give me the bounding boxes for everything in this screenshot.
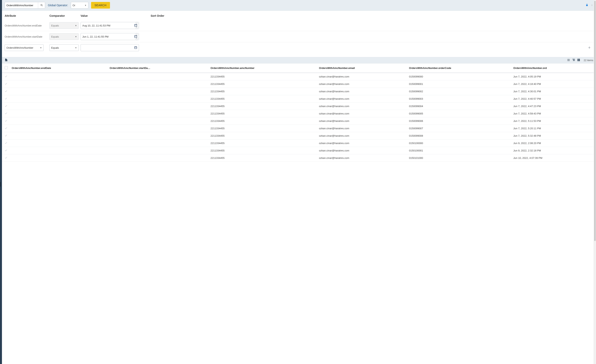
cell-email: ozkan.cinar@haratres.com bbox=[317, 80, 407, 88]
cell-start-date bbox=[108, 147, 209, 154]
top-toolbar: Global Operator: Or ▼ SEARCH bbox=[2, 0, 596, 11]
select-all-checkbox[interactable] bbox=[5, 66, 8, 69]
cell-end-date bbox=[10, 132, 108, 140]
filter-attribute-select[interactable]: OrdersWithAmcNumber ▼ bbox=[5, 44, 44, 51]
sort-up-button[interactable]: ▲ bbox=[135, 22, 138, 25]
cell-amc-number: 2211334455 bbox=[209, 125, 317, 132]
col-header[interactable]: OrdersWithAmcNumber.email bbox=[317, 63, 407, 73]
sort-down-button[interactable]: ▼ bbox=[135, 26, 138, 29]
scrollbar-thumb[interactable] bbox=[594, 1, 596, 241]
filter-comparator-select[interactable]: Equals ▼ bbox=[49, 33, 79, 40]
cell-order-date: Jun 7, 2022, 4:40:57 PM bbox=[511, 95, 596, 103]
chevron-down-icon: ▼ bbox=[75, 36, 77, 38]
table-row[interactable]: 2211334455ozkan.cinar@haratres.com015009… bbox=[2, 110, 596, 117]
cell-order-code: 0150100001 bbox=[407, 147, 511, 154]
table-row[interactable]: 2211334455ozkan.cinar@haratres.com015009… bbox=[2, 88, 596, 95]
cell-end-date bbox=[10, 110, 108, 117]
grid-view-icon[interactable] bbox=[577, 58, 580, 62]
cell-email: ozkan.cinar@haratres.com bbox=[317, 147, 407, 154]
table-row[interactable]: 2211334455ozkan.cinar@haratres.com015010… bbox=[2, 154, 596, 162]
export-csv-button[interactable]: CSV bbox=[5, 58, 8, 62]
type-search-button[interactable] bbox=[38, 2, 45, 8]
results-toolbar: CSV 22 items bbox=[2, 57, 596, 63]
scrollbar-track[interactable] bbox=[594, 0, 596, 364]
filter-value-text: Jun 1, 22, 11:41:55 PM bbox=[82, 35, 108, 38]
col-header[interactable]: OrdersWithAmcNumber.endDate bbox=[10, 63, 108, 73]
search-button[interactable]: SEARCH bbox=[91, 2, 110, 8]
svg-rect-20 bbox=[573, 60, 575, 61]
cell-end-date bbox=[10, 154, 108, 162]
table-row[interactable]: 2211334455ozkan.cinar@haratres.com015009… bbox=[2, 80, 596, 88]
col-header[interactable]: OrdersWithAmcNumber.startDa… bbox=[108, 63, 209, 73]
lock-icon[interactable] bbox=[586, 4, 588, 7]
cell-order-code: 0150099001 bbox=[407, 80, 511, 88]
svg-point-0 bbox=[41, 4, 42, 6]
tree-view-icon[interactable] bbox=[572, 58, 575, 62]
row-check-icon bbox=[5, 83, 7, 86]
star-icon[interactable] bbox=[590, 4, 593, 7]
cell-order-code: 0150099006 bbox=[407, 117, 511, 125]
cell-email: ozkan.cinar@haratres.com bbox=[317, 140, 407, 147]
filter-value-input[interactable]: Jun 1, 22, 11:41:55 PM bbox=[81, 33, 139, 40]
cell-amc-number: 2211334455 bbox=[209, 132, 317, 140]
filter-attribute-label: OrdersWithAmcNumber.endDate bbox=[5, 24, 47, 27]
svg-text:CSV: CSV bbox=[5, 60, 7, 61]
col-header[interactable]: OrdersWithAmcNumber.ord bbox=[511, 63, 596, 73]
filter-comparator-select[interactable]: Equals ▼ bbox=[49, 44, 79, 51]
items-count-label: 22 items bbox=[584, 59, 593, 62]
add-filter-button[interactable]: + bbox=[586, 45, 593, 50]
view-toggles: 22 items bbox=[567, 58, 593, 62]
cell-end-date bbox=[10, 140, 108, 147]
cell-start-date bbox=[108, 110, 209, 117]
row-check-icon bbox=[5, 97, 7, 100]
cell-start-date bbox=[108, 125, 209, 132]
cell-amc-number: 2211334455 bbox=[209, 117, 317, 125]
list-view-icon[interactable] bbox=[567, 58, 570, 62]
cell-end-date bbox=[10, 125, 108, 132]
col-header[interactable]: OrdersWithAmcNumber.amcNumber bbox=[209, 63, 317, 73]
filter-comparator-select[interactable]: Equals ▼ bbox=[49, 22, 79, 29]
cell-order-code: 0150101000 bbox=[407, 154, 511, 162]
filter-attribute-label: OrdersWithAmcNumber.startDate bbox=[5, 35, 47, 38]
sort-up-button[interactable]: ▲ bbox=[135, 33, 138, 36]
filter-comparator-value: Equals bbox=[51, 46, 59, 49]
row-check-icon bbox=[5, 105, 7, 108]
row-check-icon bbox=[5, 90, 7, 93]
svg-line-1 bbox=[42, 6, 42, 6]
filter-area: Attribute Comparator Value Sort Order Or… bbox=[2, 11, 596, 57]
cell-email: ozkan.cinar@haratres.com bbox=[317, 73, 407, 80]
cell-email: ozkan.cinar@haratres.com bbox=[317, 103, 407, 110]
filter-headers: Attribute Comparator Value Sort Order bbox=[5, 14, 593, 20]
cell-amc-number: 2211334455 bbox=[209, 154, 317, 162]
search-icon bbox=[40, 4, 43, 7]
table-row[interactable]: 2211334455ozkan.cinar@haratres.com015009… bbox=[2, 73, 596, 80]
svg-rect-17 bbox=[567, 60, 570, 61]
table-row[interactable]: 2211334455ozkan.cinar@haratres.com015009… bbox=[2, 117, 596, 125]
filter-value-input[interactable]: Aug 10, 22, 11:41:53 PM bbox=[81, 22, 139, 29]
rail-collapse-handle[interactable] bbox=[0, 182, 1, 187]
cell-start-date bbox=[108, 80, 209, 88]
cell-start-date bbox=[108, 103, 209, 110]
col-header[interactable]: OrdersWithAmcNumber.orderCode bbox=[407, 63, 511, 73]
filter-value-text: Aug 10, 22, 11:41:53 PM bbox=[82, 24, 110, 27]
table-row[interactable]: 2211334455ozkan.cinar@haratres.com015009… bbox=[2, 125, 596, 132]
global-operator-select[interactable]: Or ▼ bbox=[71, 2, 88, 8]
row-check-icon bbox=[5, 134, 7, 137]
cell-start-date bbox=[108, 88, 209, 95]
table-row[interactable]: 2211334455ozkan.cinar@haratres.com015009… bbox=[2, 132, 596, 140]
cell-end-date bbox=[10, 95, 108, 103]
table-row[interactable]: 2211334455ozkan.cinar@haratres.com015009… bbox=[2, 95, 596, 103]
cell-order-date: Jun 7, 2022, 4:18:40 PM bbox=[511, 80, 596, 88]
table-row[interactable]: 2211334455ozkan.cinar@haratres.com015009… bbox=[2, 103, 596, 110]
cell-order-date: Jun 9, 2022, 2:08:20 PM bbox=[511, 140, 596, 147]
global-operator-label: Global Operator: bbox=[48, 4, 68, 7]
calendar-icon[interactable] bbox=[134, 46, 137, 50]
sort-down-button[interactable]: ▼ bbox=[135, 37, 138, 40]
table-row[interactable]: 2211334455ozkan.cinar@haratres.com015010… bbox=[2, 140, 596, 147]
filter-value-input[interactable] bbox=[81, 44, 139, 51]
cell-amc-number: 2211334455 bbox=[209, 110, 317, 117]
table-row[interactable]: 2211334455ozkan.cinar@haratres.com015010… bbox=[2, 147, 596, 154]
cell-order-date: Jun 10, 2022, 4:07:39 PM bbox=[511, 154, 596, 162]
type-search-input[interactable] bbox=[5, 2, 38, 8]
filter-row-new: OrdersWithAmcNumber ▼ Equals ▼ + bbox=[5, 42, 593, 53]
